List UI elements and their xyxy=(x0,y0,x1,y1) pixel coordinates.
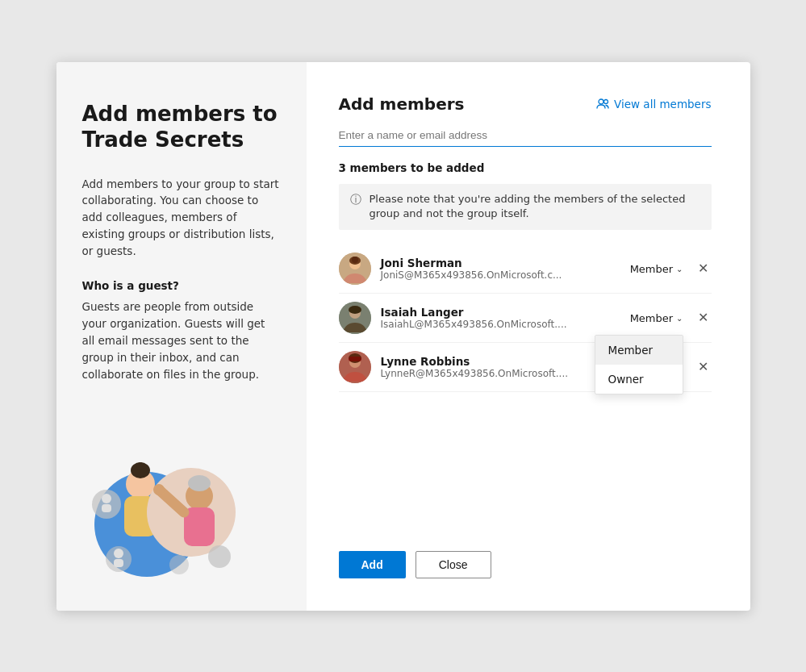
svg-point-19 xyxy=(114,549,123,558)
notice-box: ⓘ Please note that you're adding the mem… xyxy=(339,184,712,231)
member-row: Joni Sherman JoniS@M365x493856.OnMicroso… xyxy=(339,244,712,294)
member-info: Isaiah Langer IsaiahL@M365x493856.OnMicr… xyxy=(381,306,630,330)
svg-point-9 xyxy=(188,475,211,491)
svg-point-3 xyxy=(136,462,144,470)
svg-point-29 xyxy=(349,306,361,314)
left-description: Add members to your group to start colla… xyxy=(82,176,281,261)
who-guest-title: Who is a guest? xyxy=(82,279,281,292)
dialog-left-title: Add members to Trade Secrets xyxy=(82,101,281,153)
member-name: Isaiah Langer xyxy=(381,306,630,319)
right-panel: Add members View all members 3 members t… xyxy=(307,62,750,611)
remove-member-button[interactable]: ✕ xyxy=(695,357,712,377)
add-members-dialog: Add members to Trade Secrets Add members… xyxy=(56,62,750,611)
member-row: Isaiah Langer IsaiahL@M365x493856.OnMicr… xyxy=(339,294,712,343)
svg-rect-33 xyxy=(349,357,361,361)
avatar xyxy=(339,302,371,334)
svg-point-21 xyxy=(599,99,603,104)
members-list: Joni Sherman JoniS@M365x493856.OnMicroso… xyxy=(339,244,712,511)
dropdown-item-member[interactable]: Member xyxy=(595,336,683,365)
member-name: Joni Sherman xyxy=(381,257,630,269)
right-header: Add members View all members xyxy=(339,94,712,114)
members-count-label: 3 members to be added xyxy=(339,161,712,174)
svg-point-26 xyxy=(352,257,358,263)
add-button[interactable]: Add xyxy=(339,551,406,578)
role-dropdown: Member Owner xyxy=(595,335,683,394)
remove-member-button[interactable]: ✕ xyxy=(695,308,712,328)
member-info: Lynne Robbins LynneR@M365x493856.OnMicro… xyxy=(381,355,630,379)
avatar-image xyxy=(339,351,371,383)
illustration xyxy=(82,440,281,585)
svg-point-15 xyxy=(169,555,189,574)
member-role: Member xyxy=(630,312,673,324)
search-input[interactable] xyxy=(339,127,712,143)
footer-actions: Add Close xyxy=(339,538,712,578)
view-all-label: View all members xyxy=(614,98,711,111)
svg-point-17 xyxy=(102,494,111,503)
left-panel: Add members to Trade Secrets Add members… xyxy=(56,62,307,611)
svg-point-12 xyxy=(153,484,165,495)
svg-point-22 xyxy=(604,99,608,103)
search-wrapper xyxy=(339,127,712,147)
view-all-members-link[interactable]: View all members xyxy=(596,98,711,111)
svg-rect-20 xyxy=(114,559,123,567)
left-content: Add members to Trade Secrets Add members… xyxy=(82,101,281,383)
member-info: Joni Sherman JoniS@M365x493856.OnMicroso… xyxy=(381,257,630,281)
avatar xyxy=(339,253,371,285)
chevron-down-icon: ⌄ xyxy=(676,265,683,273)
avatar-image xyxy=(339,253,371,285)
member-role-dropdown-trigger[interactable]: Member ⌄ Member Owner xyxy=(630,312,683,324)
member-role-dropdown-trigger[interactable]: Member ⌄ xyxy=(630,263,683,275)
svg-point-14 xyxy=(208,545,231,568)
avatar-image xyxy=(339,302,371,334)
illustration-svg xyxy=(82,440,244,585)
notice-text: Please note that you're adding the membe… xyxy=(370,192,700,223)
remove-member-button[interactable]: ✕ xyxy=(695,259,712,278)
member-email: LynneR@M365x493856.OnMicrosoft.... xyxy=(381,368,630,379)
member-email: IsaiahL@M365x493856.OnMicrosoft.... xyxy=(381,319,630,330)
panel-title: Add members xyxy=(339,94,465,114)
chevron-down-icon: ⌄ xyxy=(676,314,683,323)
dropdown-item-owner[interactable]: Owner xyxy=(595,365,683,394)
info-icon: ⓘ xyxy=(350,193,361,207)
svg-rect-18 xyxy=(102,504,111,512)
close-button[interactable]: Close xyxy=(416,551,491,578)
member-role: Member xyxy=(630,263,673,275)
who-guest-description: Guests are people from outside your orga… xyxy=(82,298,281,383)
people-icon xyxy=(596,98,609,111)
member-name: Lynne Robbins xyxy=(381,355,630,368)
avatar xyxy=(339,351,371,383)
member-email: JoniS@M365x493856.OnMicrosoft.c... xyxy=(381,269,630,281)
